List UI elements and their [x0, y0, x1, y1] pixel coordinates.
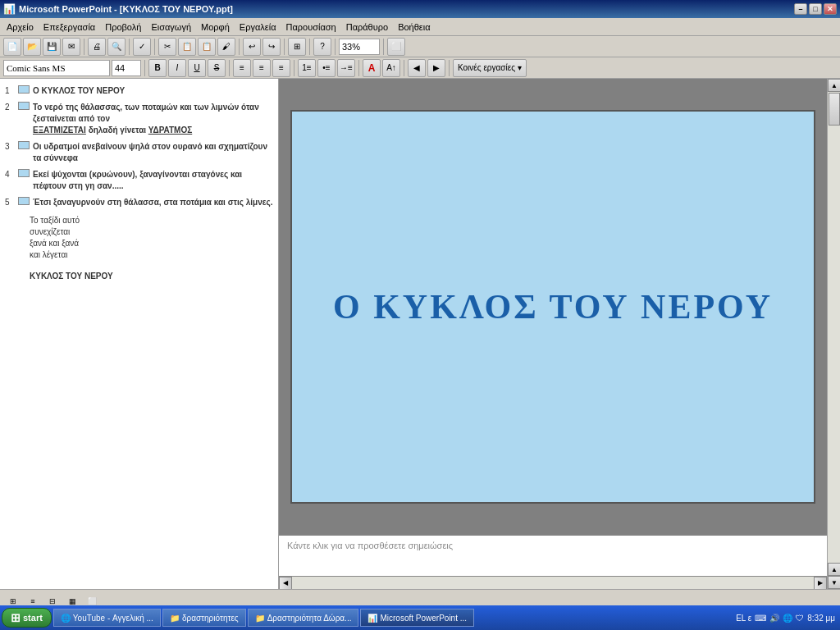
horiz-scrollbar[interactable]: ◀ ▶ — [279, 576, 827, 589]
open-button[interactable]: 📂 — [23, 38, 41, 56]
paste-button[interactable]: 📋 — [198, 38, 216, 56]
menu-file[interactable]: Αρχείο — [2, 21, 39, 34]
separator — [284, 39, 285, 55]
slide-panel-item-5: 5 Έτσι ξαναγυρνούν στη θάλασσα, στα ποτά… — [5, 197, 273, 282]
help-button[interactable]: ? — [313, 38, 331, 56]
youtube-icon: 🌐 — [61, 614, 71, 623]
scroll-up-button[interactable]: ▲ — [828, 79, 840, 92]
print-button[interactable]: 🖨 — [88, 38, 106, 56]
network-icon: 🌐 — [783, 614, 792, 623]
menu-presentation[interactable]: Παρουσίαση — [281, 21, 341, 34]
start-button[interactable]: ⊞ start — [2, 608, 52, 628]
taskbar-item-powerpoint[interactable]: 📊 Microsoft PowerPoint ... — [360, 609, 474, 627]
slide-text-5: Έτσι ξαναγυρνούν στη θάλασσα, στα ποτάμι… — [33, 197, 272, 208]
menu-tools[interactable]: Εργαλεία — [235, 21, 281, 34]
title-bar-controls: – □ ✕ — [794, 3, 837, 15]
slide-fit[interactable]: ⬜ — [387, 38, 405, 56]
slide-area: Ο ΚΥΚΛΟΣ ΤΟΥ ΝΕΡΟΥ Κάντε κλικ για να προ… — [279, 79, 827, 589]
close-button[interactable]: ✕ — [824, 3, 837, 15]
scroll-thumb[interactable] — [829, 93, 840, 126]
underline-button[interactable]: U — [188, 59, 206, 77]
taskbar-right: EL ε ⌨ 🔊 🌐 🛡 8:32 μμ — [736, 614, 838, 623]
new-button[interactable]: 📄 — [3, 38, 21, 56]
separator — [309, 39, 310, 55]
align-center-button[interactable]: ≡ — [253, 59, 271, 77]
taskbar-item-youtube[interactable]: 🌐 YouTube - Αγγελική ... — [53, 609, 161, 627]
separator — [358, 60, 359, 76]
slide-thumb-4[interactable] — [18, 169, 30, 177]
scroll-right-button[interactable]: ▶ — [814, 577, 827, 590]
preview-button[interactable]: 🔍 — [107, 38, 126, 56]
zoom-input[interactable] — [339, 39, 380, 55]
slide-number-3: 3 — [5, 141, 15, 153]
menu-help[interactable]: Βοήθεια — [393, 21, 435, 34]
title-text: Microsoft PowerPoint - [ΚΥΚΛΟΣ ΤΟΥ ΝΕΡΟΥ… — [19, 4, 233, 14]
spellcheck-button[interactable]: ✓ — [133, 38, 151, 56]
vert-scrollbar[interactable]: ▲ ▲ ▼ — [827, 79, 840, 589]
ppt-taskbar-label: Microsoft PowerPoint ... — [380, 614, 467, 623]
insert-table[interactable]: ⊞ — [288, 38, 306, 56]
slide-area-wrapper: Ο ΚΥΚΛΟΣ ΤΟΥ ΝΕΡΟΥ Κάντε κλικ για να προ… — [279, 79, 840, 589]
vert-scroll-track[interactable] — [828, 92, 840, 563]
fontsize-input[interactable] — [112, 60, 141, 76]
menu-view[interactable]: Προβολή — [100, 21, 146, 34]
separator — [383, 39, 384, 55]
save-button[interactable]: 💾 — [43, 38, 61, 56]
maximize-button[interactable]: □ — [809, 3, 822, 15]
align-right-button[interactable]: ≡ — [272, 59, 290, 77]
slide-panel-item-2: 2 Το νερό της θάλασσας, των ποταμών και … — [5, 102, 273, 136]
speaker-icon: 🔊 — [769, 614, 779, 623]
notes-area[interactable]: Κάντε κλικ για να προσθέσετε σημειώσεις — [279, 535, 827, 576]
shared-workspace-button[interactable]: Κοινές εργασίες ▾ — [453, 59, 527, 77]
strikethrough-button[interactable]: S — [208, 59, 226, 77]
email-button[interactable]: ✉ — [62, 38, 80, 56]
minimize-button[interactable]: – — [794, 3, 807, 15]
separator — [335, 39, 336, 55]
slide-thumb-3[interactable] — [18, 141, 30, 149]
separator — [144, 60, 145, 76]
font-color-a[interactable]: A — [363, 59, 381, 77]
menu-insert[interactable]: Εισαγωγή — [146, 21, 196, 34]
slide-main-row: Ο ΚΥΚΛΟΣ ΤΟΥ ΝΕΡΟΥ Κάντε κλικ για να προ… — [279, 79, 840, 589]
title-bar-left: 📊 Microsoft PowerPoint - [ΚΥΚΛΟΣ ΤΟΥ ΝΕΡ… — [3, 3, 233, 15]
arrow-left[interactable]: ◀ — [408, 59, 426, 77]
folder-label: δραστηριότητες — [182, 614, 239, 623]
bullets-button[interactable]: •≡ — [317, 59, 336, 77]
keyboard-icon: ⌨ — [755, 614, 766, 623]
format-painter[interactable]: 🖌 — [217, 38, 235, 56]
title-bar: 📊 Microsoft PowerPoint - [ΚΥΚΛΟΣ ΤΟΥ ΝΕΡ… — [0, 0, 840, 18]
slide-panel[interactable]: 1 Ο ΚΥΚΛΟΣ ΤΟΥ ΝΕΡΟΥ 2 Το νερό της θάλασ… — [0, 79, 279, 589]
menu-bar: Αρχείο Επεξεργασία Προβολή Εισαγωγή Μορφ… — [0, 18, 840, 36]
dora-label: Δραστηριότητα Δώρα... — [267, 614, 352, 623]
horiz-scroll-track[interactable] — [292, 577, 814, 590]
align-left-button[interactable]: ≡ — [233, 59, 251, 77]
italic-button[interactable]: I — [168, 59, 186, 77]
scroll-down-button[interactable]: ▼ — [828, 576, 840, 589]
separator — [449, 60, 450, 76]
font-input[interactable] — [3, 60, 110, 76]
arrow-right[interactable]: ▶ — [427, 59, 445, 77]
menu-format[interactable]: Μορφή — [196, 21, 235, 34]
slide-5-sub: Το ταξίδι αυτό συνεχίζεται ξανά και ξανά… — [30, 215, 113, 282]
slide-thumb-1[interactable] — [18, 85, 30, 94]
slide-thumb-2[interactable] — [18, 102, 30, 110]
undo-button[interactable]: ↩ — [243, 38, 261, 56]
slide-container[interactable]: Ο ΚΥΚΛΟΣ ΤΟΥ ΝΕΡΟΥ — [279, 79, 827, 535]
taskbar-item-folder[interactable]: 📁 δραστηριότητες — [162, 609, 246, 627]
slide-text-1: Ο ΚΥΚΛΟΣ ΤΟΥ ΝΕΡΟΥ — [33, 85, 125, 97]
taskbar-item-dora[interactable]: 📁 Δραστηριότητα Δώρα... — [248, 609, 359, 627]
menu-edit[interactable]: Επεξεργασία — [39, 21, 100, 34]
slide-thumb-5[interactable] — [18, 197, 30, 205]
scroll-left-button[interactable]: ◀ — [279, 577, 292, 590]
scroll-down-button-pair[interactable]: ▲ — [828, 563, 840, 576]
cut-button[interactable]: ✂ — [158, 38, 176, 56]
menu-window[interactable]: Παράθυρο — [341, 21, 393, 34]
numbering-button[interactable]: 1≡ — [298, 59, 316, 77]
clock: 8:32 μμ — [807, 614, 835, 623]
font-size-increase[interactable]: A↑ — [382, 59, 400, 77]
redo-button[interactable]: ↪ — [262, 38, 281, 56]
copy-button[interactable]: 📋 — [178, 38, 196, 56]
increase-indent[interactable]: →≡ — [337, 59, 355, 77]
separator — [404, 60, 404, 76]
bold-button[interactable]: B — [148, 59, 167, 77]
